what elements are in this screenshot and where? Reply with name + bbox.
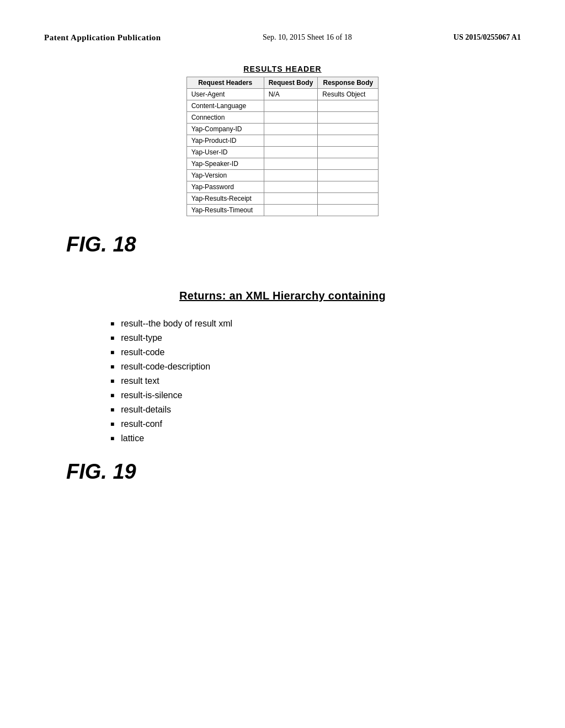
table-row: Yap-Results-Receipt xyxy=(186,193,379,205)
col-header-request-body: Request Body xyxy=(264,77,318,89)
table-row: Connection xyxy=(186,112,379,124)
cell-response-body: Results Object xyxy=(318,89,379,100)
list-item: result-is-silence xyxy=(110,390,521,400)
list-item: result-details xyxy=(110,405,521,415)
list-item: result-code-description xyxy=(110,362,521,372)
cell-response-body xyxy=(318,124,379,135)
cell-request-header: Yap-Product-ID xyxy=(186,135,264,147)
page: Patent Application Publication Sep. 10, … xyxy=(0,0,565,728)
table-row: Content-Language xyxy=(186,100,379,112)
cell-request-body xyxy=(264,112,318,124)
cell-request-header: Yap-Results-Receipt xyxy=(186,193,264,205)
results-header-title: RESULTS HEADER xyxy=(44,65,521,73)
cell-request-body: N/A xyxy=(264,89,318,100)
list-item: result text xyxy=(110,376,521,386)
cell-response-body xyxy=(318,181,379,193)
cell-response-body xyxy=(318,158,379,170)
patent-number: US 2015/0255067 A1 xyxy=(454,33,521,42)
cell-request-body xyxy=(264,124,318,135)
cell-request-header: Yap-Password xyxy=(186,181,264,193)
table-header-row: Request Headers Request Body Response Bo… xyxy=(186,77,379,89)
fig18-section: RESULTS HEADER Request Headers Request B… xyxy=(44,65,521,256)
cell-request-body xyxy=(264,100,318,112)
table-container: Request Headers Request Body Response Bo… xyxy=(44,77,521,216)
cell-request-header: Connection xyxy=(186,112,264,124)
cell-request-body xyxy=(264,135,318,147)
table-row: Yap-User-ID xyxy=(186,147,379,158)
list-item: result-code xyxy=(110,347,521,357)
list-item: result-conf xyxy=(110,419,521,429)
cell-request-header: Yap-Version xyxy=(186,170,264,181)
returns-heading: Returns: an XML Hierarchy containing xyxy=(44,290,521,302)
cell-request-body xyxy=(264,158,318,170)
cell-response-body xyxy=(318,100,379,112)
cell-request-header: Yap-Company-ID xyxy=(186,124,264,135)
cell-request-header: Content-Language xyxy=(186,100,264,112)
cell-request-body xyxy=(264,181,318,193)
list-item: lattice xyxy=(110,433,521,443)
fig19-section: Returns: an XML Hierarchy containing res… xyxy=(44,290,521,484)
xml-items-list: result--the body of result xmlresult-typ… xyxy=(110,319,521,443)
table-row: Yap-Password xyxy=(186,181,379,193)
cell-request-header: User-Agent xyxy=(186,89,264,100)
results-table: Request Headers Request Body Response Bo… xyxy=(186,77,379,216)
table-row: Yap-Company-ID xyxy=(186,124,379,135)
cell-response-body xyxy=(318,205,379,216)
cell-response-body xyxy=(318,112,379,124)
sheet-info: Sep. 10, 2015 Sheet 16 of 18 xyxy=(263,33,352,42)
cell-request-header: Yap-User-ID xyxy=(186,147,264,158)
table-row: User-AgentN/AResults Object xyxy=(186,89,379,100)
table-row: Yap-Results-Timeout xyxy=(186,205,379,216)
cell-response-body xyxy=(318,147,379,158)
cell-request-body xyxy=(264,170,318,181)
cell-response-body xyxy=(318,170,379,181)
col-header-response-body: Response Body xyxy=(318,77,379,89)
cell-request-body xyxy=(264,147,318,158)
table-row: Yap-Version xyxy=(186,170,379,181)
publication-label: Patent Application Publication xyxy=(44,33,161,42)
list-item: result--the body of result xml xyxy=(110,319,521,329)
fig19-label: FIG. 19 xyxy=(66,460,521,484)
table-row: Yap-Speaker-ID xyxy=(186,158,379,170)
col-header-request-headers: Request Headers xyxy=(186,77,264,89)
cell-response-body xyxy=(318,135,379,147)
cell-request-header: Yap-Results-Timeout xyxy=(186,205,264,216)
cell-request-header: Yap-Speaker-ID xyxy=(186,158,264,170)
cell-request-body xyxy=(264,193,318,205)
cell-response-body xyxy=(318,193,379,205)
fig18-label: FIG. 18 xyxy=(66,233,521,256)
cell-request-body xyxy=(264,205,318,216)
list-item: result-type xyxy=(110,333,521,343)
table-row: Yap-Product-ID xyxy=(186,135,379,147)
page-header: Patent Application Publication Sep. 10, … xyxy=(44,33,521,42)
